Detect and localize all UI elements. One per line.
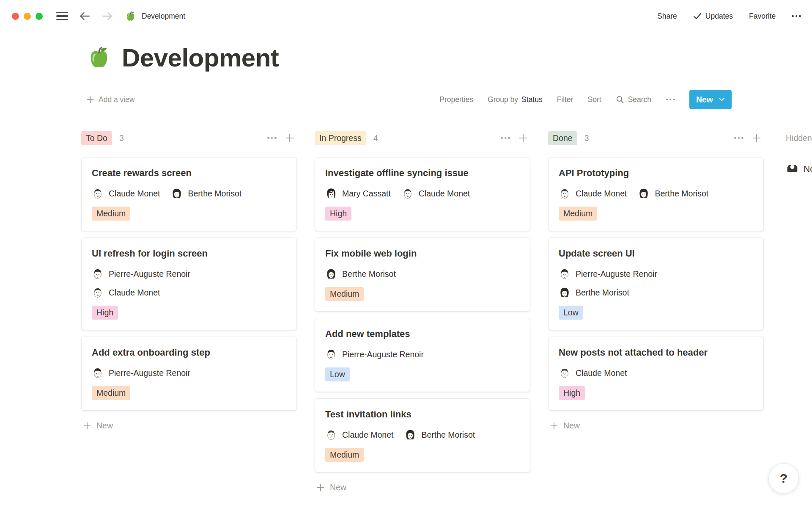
plus-icon <box>550 422 558 430</box>
card-title: Test invitation links <box>325 408 520 421</box>
card[interactable]: Add new templates Pierre-Auguste Renoir … <box>315 318 530 392</box>
priority-badge: Medium <box>325 448 364 462</box>
avatar <box>171 188 183 199</box>
priority-badge: Low <box>325 367 350 381</box>
priority-badge: Medium <box>92 386 130 400</box>
card-title: Add extra onboarding step <box>92 346 286 359</box>
column-status-badge[interactable]: In Progress <box>315 131 366 145</box>
sidebar-menu-icon[interactable] <box>56 12 68 20</box>
add-card-button[interactable]: New <box>548 421 764 431</box>
page-icon-apple-large[interactable] <box>86 45 112 70</box>
card[interactable]: Add extra onboarding step Pierre-Auguste… <box>81 337 297 411</box>
priority-badge: High <box>92 306 118 320</box>
chevron-down-icon <box>719 97 725 102</box>
updates-button[interactable]: Updates <box>693 12 733 21</box>
assignee: Claude Monet <box>402 187 470 200</box>
assignee: Pierre-Auguste Renoir <box>559 268 657 280</box>
column-add-icon[interactable] <box>518 133 528 143</box>
priority-badge: High <box>559 386 585 400</box>
close-window-button[interactable] <box>12 13 19 20</box>
minimize-window-button[interactable] <box>24 13 31 20</box>
priority-badge: High <box>325 207 351 221</box>
plus-icon <box>86 96 94 104</box>
assignee: Berthe Morisot <box>171 187 241 200</box>
avatar <box>92 268 104 280</box>
column-more-icon[interactable] <box>267 137 277 139</box>
help-button[interactable]: ? <box>768 463 799 494</box>
forward-icon[interactable] <box>102 11 113 21</box>
zoom-window-button[interactable] <box>36 13 43 20</box>
avatar <box>92 367 104 379</box>
avatar <box>559 367 571 379</box>
assignee: Claude Monet <box>559 187 627 200</box>
plus-icon <box>316 483 325 492</box>
card[interactable]: UI refresh for login screen Pierre-Augus… <box>81 237 297 330</box>
add-card-button[interactable]: New <box>81 421 297 431</box>
properties-button[interactable]: Properties <box>439 95 473 104</box>
card[interactable]: Update screen UI Pierre-Auguste Renoir B… <box>548 237 764 330</box>
column-count: 4 <box>373 133 378 143</box>
avatar <box>559 188 571 199</box>
group-by-button[interactable]: Group by Status <box>488 95 543 104</box>
search-button[interactable]: Search <box>616 95 651 104</box>
hidden-column-no-status[interactable]: No Status <box>786 163 812 174</box>
filter-button[interactable]: Filter <box>557 95 573 104</box>
avatar <box>638 188 650 199</box>
column-in-progress: In Progress 4 Investigate offline syncin… <box>315 130 530 492</box>
page-header: Development <box>86 37 812 78</box>
card[interactable]: Fix mobile web login Berthe Morisot Medi… <box>315 237 530 312</box>
page-title[interactable]: Development <box>122 43 279 72</box>
avatar <box>325 348 337 360</box>
back-icon[interactable] <box>79 11 91 21</box>
column-more-icon[interactable] <box>501 137 510 139</box>
add-card-button[interactable]: New <box>315 483 530 492</box>
inbox-icon <box>787 163 798 174</box>
hidden-columns-label[interactable]: Hidden columns <box>786 130 812 146</box>
column-status-badge[interactable]: To Do <box>81 131 112 145</box>
avatar <box>404 429 416 441</box>
column-add-icon[interactable] <box>752 133 761 143</box>
view-more-icon[interactable] <box>666 99 675 101</box>
titlebar: Development Share Updates Favorite <box>0 0 812 28</box>
column-todo: To Do 3 Create rewards screen Claude Mon… <box>81 130 297 431</box>
favorite-button[interactable]: Favorite <box>749 12 776 21</box>
card[interactable]: Create rewards screen Claude Monet Berth… <box>81 157 297 231</box>
new-button[interactable]: New <box>689 90 732 109</box>
column-header: To Do 3 <box>81 130 297 146</box>
priority-badge: Low <box>559 306 583 320</box>
assignee: Claude Monet <box>325 428 393 441</box>
column-add-icon[interactable] <box>285 133 294 143</box>
kanban-board: To Do 3 Create rewards screen Claude Mon… <box>81 130 812 492</box>
window-controls <box>12 13 43 20</box>
column-more-icon[interactable] <box>734 137 743 139</box>
priority-badge: Medium <box>92 207 130 221</box>
assignee: Pierre-Auguste Renoir <box>92 367 190 379</box>
assignee: Berthe Morisot <box>559 286 629 299</box>
assignee: Pierre-Auguste Renoir <box>92 268 190 280</box>
card-title: Create rewards screen <box>92 167 286 179</box>
assignee: Mary Cassatt <box>325 187 391 200</box>
card[interactable]: New posts not attached to header Claude … <box>548 337 764 411</box>
card[interactable]: Test invitation links Claude Monet Berth… <box>315 398 530 472</box>
priority-badge: Medium <box>559 207 597 221</box>
assignee: Claude Monet <box>92 286 160 299</box>
avatar <box>402 188 414 199</box>
hidden-columns-section: Hidden columns No Status <box>782 130 812 174</box>
sort-button[interactable]: Sort <box>588 95 601 104</box>
column-status-badge[interactable]: Done <box>548 131 577 145</box>
avatar <box>92 287 104 298</box>
share-button[interactable]: Share <box>657 12 677 21</box>
toolbar-divider <box>86 118 812 118</box>
card[interactable]: API Prototyping Claude Monet Berthe Mori… <box>548 157 764 231</box>
plus-icon <box>83 422 91 430</box>
card[interactable]: Investigate offline syncing issue Mary C… <box>315 157 530 231</box>
view-toolbar: Add a view Properties Group by Status Fi… <box>86 90 732 109</box>
assignee: Claude Monet <box>92 187 160 200</box>
add-view-button[interactable]: Add a view <box>86 95 135 104</box>
assignee: Berthe Morisot <box>638 187 708 200</box>
more-options-icon[interactable] <box>792 15 801 17</box>
priority-badge: Medium <box>325 287 364 301</box>
column-done: Done 3 API Prototyping Claude Monet Bert… <box>548 130 764 431</box>
column-count: 3 <box>584 133 589 143</box>
titlebar-doc-title: Development <box>142 12 185 21</box>
